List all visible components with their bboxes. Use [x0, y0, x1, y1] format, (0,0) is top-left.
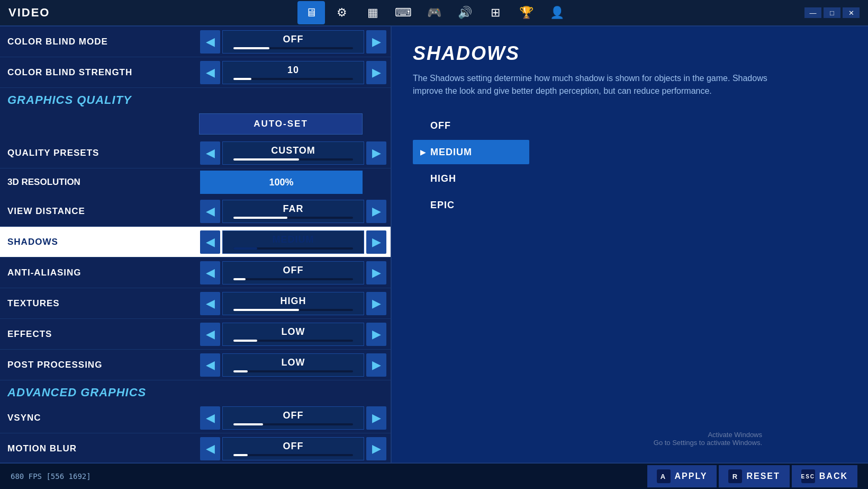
detail-title: SHADOWS [413, 42, 847, 65]
option-medium-label: MEDIUM [430, 147, 472, 158]
anti-aliasing-row[interactable]: ANTI-ALIASING ◀ OFF ▶ [0, 257, 391, 288]
option-off[interactable]: ▶ OFF [413, 113, 529, 138]
color-blind-strength-next[interactable]: ▶ [366, 61, 386, 84]
color-blind-mode-next[interactable]: ▶ [366, 30, 386, 54]
motion-blur-slider [233, 454, 353, 456]
shadows-label: SHADOWS [4, 237, 200, 247]
maximize-button[interactable]: □ [824, 7, 840, 18]
motion-blur-slider-fill [233, 454, 248, 456]
effects-slider-fill [233, 340, 257, 342]
vsync-label: VSYNC [4, 413, 200, 423]
textures-label: TEXTURES [4, 298, 200, 309]
vsync-prev[interactable]: ◀ [200, 406, 220, 430]
close-button[interactable]: ✕ [843, 7, 860, 18]
resolution-3d-value: 100% [269, 177, 293, 188]
motion-blur-label: MOTION BLUR [4, 443, 200, 454]
bottom-bar: 680 FPS [556 1692] A APPLY R RESET ESC B… [0, 463, 868, 489]
nav-grid-btn[interactable]: ⊞ [482, 1, 509, 24]
anti-aliasing-next[interactable]: ▶ [366, 261, 386, 284]
textures-value-box: HIGH [222, 292, 364, 315]
option-high[interactable]: ▶ HIGH [413, 166, 529, 191]
minimize-button[interactable]: — [804, 7, 821, 18]
quality-presets-next[interactable]: ▶ [366, 141, 386, 165]
effects-slider [233, 340, 353, 342]
view-distance-control: ◀ FAR ▶ [200, 200, 386, 223]
reset-icon: R [728, 469, 742, 483]
color-blind-mode-row[interactable]: COLOR BLIND MODE ◀ OFF ▶ [0, 26, 391, 57]
nav-speaker-btn[interactable]: 🔊 [451, 1, 478, 24]
advanced-graphics-header: ADVANCED GRAPHICS [0, 380, 391, 403]
color-blind-strength-row[interactable]: COLOR BLIND STRENGTH ◀ 10 ▶ [0, 57, 391, 88]
anti-aliasing-value: OFF [283, 265, 304, 276]
auto-set-quality-button[interactable]: AUTO-SET [199, 113, 363, 135]
view-distance-next[interactable]: ▶ [366, 200, 386, 223]
title-bar-left: VIDEO [8, 6, 50, 20]
motion-blur-row[interactable]: MOTION BLUR ◀ OFF ▶ [0, 433, 391, 463]
vsync-value: OFF [283, 410, 304, 421]
quality-presets-value-box: CUSTOM [222, 141, 364, 165]
title-bar-nav: 🖥 ⚙ ▦ ⌨ 🎮 🔊 ⊞ 🏆 👤 [297, 1, 571, 24]
title-bar-right: — □ ✕ [804, 7, 860, 18]
textures-prev[interactable]: ◀ [200, 292, 220, 315]
post-processing-slider-fill [233, 370, 248, 372]
reset-label: RESET [746, 472, 780, 481]
post-processing-row[interactable]: POST PROCESSING ◀ LOW ▶ [0, 350, 391, 380]
option-medium[interactable]: ▶ MEDIUM [413, 140, 529, 164]
reset-button[interactable]: R RESET [719, 465, 789, 487]
color-blind-mode-slider [233, 47, 353, 49]
post-processing-next[interactable]: ▶ [366, 353, 386, 377]
effects-next[interactable]: ▶ [366, 323, 386, 346]
resolution-3d-label: 3D RESOLUTION [4, 177, 200, 188]
nav-user-btn[interactable]: 👤 [543, 1, 571, 24]
anti-aliasing-control: ◀ OFF ▶ [200, 261, 386, 284]
nav-gamepad-btn[interactable]: 🎮 [420, 1, 448, 24]
effects-row[interactable]: EFFECTS ◀ LOW ▶ [0, 319, 391, 350]
post-processing-value-box: LOW [222, 353, 364, 377]
effects-prev[interactable]: ◀ [200, 323, 220, 346]
apply-button[interactable]: A APPLY [647, 465, 717, 487]
left-panel: COLOR BLIND MODE ◀ OFF ▶ COLOR BLIND STR… [0, 26, 392, 463]
nav-menu-btn[interactable]: ▦ [359, 1, 386, 24]
shadows-next[interactable]: ▶ [366, 230, 386, 254]
effects-label: EFFECTS [4, 329, 200, 340]
nav-monitor-btn[interactable]: 🖥 [297, 1, 325, 24]
nav-gear-btn[interactable]: ⚙ [328, 1, 356, 24]
quality-presets-control: ◀ CUSTOM ▶ [200, 141, 386, 165]
anti-aliasing-prev[interactable]: ◀ [200, 261, 220, 284]
back-label: BACK [819, 472, 848, 481]
activate-windows-line1: Activate Windows [654, 431, 762, 439]
textures-row[interactable]: TEXTURES ◀ HIGH ▶ [0, 288, 391, 319]
effects-control: ◀ LOW ▶ [200, 323, 386, 346]
post-processing-control: ◀ LOW ▶ [200, 353, 386, 377]
view-distance-value-box: FAR [222, 200, 364, 223]
resolution-3d-row[interactable]: 3D RESOLUTION 100% [0, 168, 391, 196]
vsync-next[interactable]: ▶ [366, 406, 386, 430]
quality-presets-row[interactable]: QUALITY PRESETS ◀ CUSTOM ▶ [0, 138, 391, 168]
nav-trophy-btn[interactable]: 🏆 [512, 1, 540, 24]
back-button[interactable]: ESC BACK [792, 465, 857, 487]
view-distance-prev[interactable]: ◀ [200, 200, 220, 223]
effects-value-box: LOW [222, 323, 364, 346]
post-processing-prev[interactable]: ◀ [200, 353, 220, 377]
activate-windows-line2: Go to Settings to activate Windows. [654, 439, 762, 447]
shadows-prev[interactable]: ◀ [200, 230, 220, 254]
anti-aliasing-label: ANTI-ALIASING [4, 268, 200, 278]
shadows-slider-fill [233, 247, 257, 250]
motion-blur-prev[interactable]: ◀ [200, 437, 220, 460]
nav-keyboard-btn[interactable]: ⌨ [390, 1, 417, 24]
auto-set-quality-row: AUTO-SET [0, 110, 391, 138]
color-blind-strength-value-box: 10 [222, 61, 364, 84]
color-blind-mode-prev[interactable]: ◀ [200, 30, 220, 54]
motion-blur-next[interactable]: ▶ [366, 437, 386, 460]
motion-blur-value-box: OFF [222, 437, 364, 460]
color-blind-strength-prev[interactable]: ◀ [200, 61, 220, 84]
view-distance-row[interactable]: VIEW DISTANCE ◀ FAR ▶ [0, 196, 391, 227]
textures-control: ◀ HIGH ▶ [200, 292, 386, 315]
quality-presets-value: CUSTOM [271, 145, 315, 156]
vsync-row[interactable]: VSYNC ◀ OFF ▶ [0, 403, 391, 433]
option-epic[interactable]: ▶ EPIC [413, 193, 529, 217]
color-blind-mode-value: OFF [283, 34, 304, 45]
shadows-row[interactable]: SHADOWS ◀ MEDIUM ▶ [0, 227, 391, 257]
quality-presets-prev[interactable]: ◀ [200, 141, 220, 165]
textures-next[interactable]: ▶ [366, 292, 386, 315]
